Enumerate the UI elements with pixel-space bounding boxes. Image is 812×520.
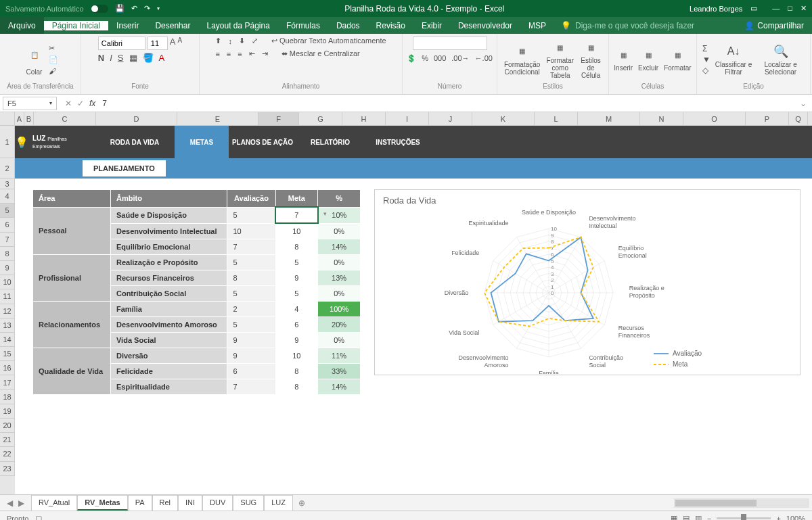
row-header[interactable]: 16 (0, 361, 15, 375)
menu-tab[interactable]: Desenvolvedor (450, 21, 520, 30)
row-header[interactable]: 21 (0, 433, 15, 447)
align-middle-icon[interactable]: ↕ (228, 37, 232, 45)
cell-meta[interactable]: 8 (275, 364, 318, 379)
col-header[interactable]: G (299, 112, 342, 125)
close-icon[interactable]: ✕ (800, 4, 807, 13)
row-header[interactable]: 3 (0, 179, 15, 189)
sheet-tab[interactable]: Rel (152, 495, 179, 511)
menu-tab[interactable]: Layout da Página (198, 21, 277, 30)
cell-area[interactable]: Pessoal (33, 207, 111, 255)
cell-avaliacao[interactable]: 2 (227, 302, 275, 317)
nav-tab[interactable]: RELATÓRIO (296, 126, 364, 158)
font-size-input[interactable] (148, 37, 168, 50)
percent-icon[interactable]: % (422, 54, 428, 63)
cell-meta[interactable]: 8 (275, 379, 318, 395)
planejamento-button[interactable]: PLANEJAMENTO (83, 160, 166, 176)
fill-icon[interactable]: ▼ (702, 55, 710, 64)
cell-percent[interactable]: 0% (318, 333, 361, 348)
maximize-icon[interactable]: □ (788, 4, 792, 13)
sheet-tab[interactable]: INI (178, 495, 202, 511)
cell-avaliacao[interactable]: 8 (227, 270, 275, 286)
col-header[interactable]: F (258, 112, 299, 125)
row-header[interactable]: 5 (0, 204, 15, 218)
comma-icon[interactable]: 000 (434, 54, 446, 63)
cell-ambito[interactable]: Família (110, 302, 227, 317)
cut-icon[interactable]: ✂ (49, 44, 58, 53)
row-header[interactable]: 8 (0, 247, 15, 261)
italic-button[interactable]: I (110, 53, 112, 63)
align-center-icon[interactable]: ≡ (227, 50, 231, 58)
col-header[interactable]: Q (789, 112, 808, 125)
tab-next-icon[interactable]: ▶ (18, 498, 24, 508)
row-header[interactable]: 12 (0, 304, 15, 318)
nav-tab[interactable]: METAS (175, 126, 229, 158)
align-top-icon[interactable]: ⬆ (215, 37, 221, 45)
cell-percent[interactable]: 14% (318, 239, 361, 255)
row-header[interactable]: 7 (0, 233, 15, 247)
col-header[interactable]: O (683, 112, 746, 125)
increase-font-icon[interactable]: A (170, 37, 176, 50)
row-header[interactable]: 20 (0, 419, 15, 433)
tab-prev-icon[interactable]: ◀ (7, 498, 13, 508)
menu-tab[interactable]: Revisão (368, 21, 413, 30)
format-cells-button[interactable]: ▦Formatar (662, 46, 693, 73)
expand-formula-icon[interactable]: ⌄ (800, 99, 807, 108)
row-header[interactable]: 18 (0, 390, 15, 404)
cell-avaliacao[interactable]: 7 (227, 239, 275, 255)
menu-tab[interactable]: Exibir (413, 21, 450, 30)
cell-avaliacao[interactable]: 7 (227, 379, 275, 395)
col-header[interactable]: A (15, 112, 24, 125)
col-header[interactable]: B (24, 112, 34, 125)
cancel-formula-icon[interactable]: ✕ (65, 99, 72, 108)
align-bottom-icon[interactable]: ⬇ (239, 37, 245, 45)
view-layout-icon[interactable]: ▤ (683, 514, 690, 520)
wrap-text-button[interactable]: ↩ Quebrar Texto Automaticamente (271, 37, 386, 45)
cell-meta[interactable]: 5 (275, 286, 318, 302)
cell-avaliacao[interactable]: 10 (227, 223, 275, 239)
radar-chart[interactable]: Roda da Vida 012345678910Saúde e Disposi… (374, 189, 800, 375)
cell-percent[interactable]: 0% (318, 286, 361, 302)
format-painter-icon[interactable]: 🖌 (49, 67, 58, 75)
sheet-tab[interactable]: PA (128, 495, 152, 511)
bold-button[interactable]: N (98, 53, 104, 63)
cell-meta[interactable]: 10 (275, 348, 318, 364)
cell-meta[interactable]: 7▾ (275, 207, 318, 223)
paste-button[interactable]: 📋 Colar (23, 42, 46, 77)
cell-meta[interactable]: 10 (275, 223, 318, 239)
row-header[interactable]: 15 (0, 347, 15, 361)
zoom-level[interactable]: 100% (786, 515, 805, 521)
row-header[interactable]: 1 (0, 126, 15, 158)
sort-filter-button[interactable]: A↓Classificar e Filtrar (713, 43, 754, 77)
merge-button[interactable]: ⬌ Mesclar e Centralizar (281, 49, 360, 58)
ribbon-options-icon[interactable]: ▭ (750, 4, 757, 13)
currency-icon[interactable]: 💲 (407, 54, 416, 63)
cell-meta[interactable]: 8 (275, 239, 318, 255)
sheet-tab[interactable]: RV_Metas (77, 495, 127, 511)
cell-ambito[interactable]: Diversão (110, 348, 227, 364)
align-right-icon[interactable]: ≡ (238, 50, 242, 58)
cell-ambito[interactable]: Desenvolvimento Intelectual (110, 223, 227, 239)
sheet-tab[interactable]: SUG (233, 495, 264, 511)
align-left-icon[interactable]: ≡ (215, 50, 219, 58)
cell-ambito[interactable]: Desenvoolvimento Amoroso (110, 317, 227, 333)
nav-tab[interactable]: PLANOS DE AÇÃO (229, 126, 296, 158)
row-header[interactable]: 2 (0, 158, 15, 179)
user-name[interactable]: Leandro Borges (690, 5, 742, 13)
formula-input[interactable]: 7 (101, 97, 794, 110)
view-normal-icon[interactable]: ▦ (671, 514, 677, 520)
conditional-format-button[interactable]: ▦Formatação Condicional (503, 43, 541, 77)
view-break-icon[interactable]: ▥ (695, 514, 702, 520)
cell-percent[interactable]: 13% (318, 270, 361, 286)
share-button[interactable]: 👤 Compartilhar (744, 21, 812, 30)
cell-percent[interactable]: 33% (318, 364, 361, 379)
col-header[interactable]: L (535, 112, 578, 125)
cell-percent[interactable]: 20% (318, 317, 361, 333)
underline-button[interactable]: S (118, 53, 124, 63)
menu-tab[interactable]: Dados (328, 21, 368, 30)
row-header[interactable]: 4 (0, 189, 15, 204)
clear-icon[interactable]: ◇ (702, 66, 710, 75)
cell-area[interactable]: Profissional (33, 255, 111, 302)
minimize-icon[interactable]: — (772, 4, 780, 13)
menu-tab[interactable]: Página Inicial (44, 21, 108, 30)
increase-decimal-icon[interactable]: .00→ (451, 54, 469, 63)
